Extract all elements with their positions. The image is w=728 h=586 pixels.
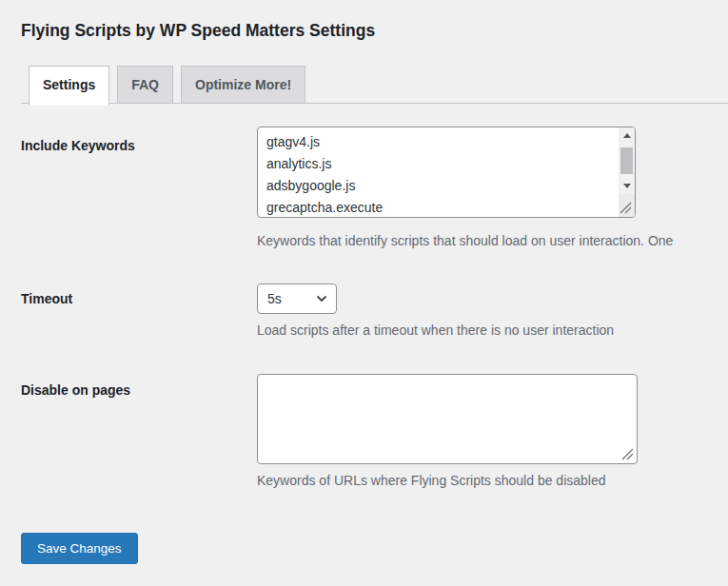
resize-grip-icon[interactable] [620, 202, 632, 214]
timeout-label: Timeout [21, 283, 257, 339]
tab-faq-label: FAQ [131, 77, 159, 92]
disable-on-pages-help: Keywords of URLs where Flying Scripts sh… [257, 473, 728, 489]
page-title: Flying Scripts by WP Speed Matters Setti… [21, 0, 728, 41]
scrollbar-thumb[interactable] [620, 147, 633, 174]
tab-settings-label: Settings [43, 77, 95, 92]
disable-on-pages-textarea[interactable] [257, 374, 638, 464]
tab-faq[interactable]: FAQ [117, 66, 173, 104]
timeout-help: Load scripts after a timeout when there … [257, 322, 728, 339]
timeout-row: Timeout 5s Load scripts after a timeout … [21, 283, 728, 339]
include-keywords-help: Keywords that identify scripts that shou… [257, 233, 728, 249]
disable-on-pages-row: Disable on pages Keywords of URLs where … [21, 374, 728, 489]
resize-grip-icon[interactable] [621, 448, 634, 460]
scroll-down-icon[interactable] [619, 178, 635, 194]
tab-optimize-more-label: Optimize More! [195, 77, 291, 92]
scroll-up-icon[interactable] [619, 127, 635, 144]
textarea-scrollbar[interactable] [619, 127, 635, 194]
timeout-select[interactable]: 5s [257, 283, 337, 314]
tab-bar: Settings FAQ Optimize More! [21, 66, 728, 106]
tab-optimize-more[interactable]: Optimize More! [181, 66, 305, 104]
include-keywords-textarea[interactable]: gtagv4.js analytics.js adsbygoogle.js gr… [257, 127, 636, 218]
timeout-selected-value: 5s [267, 291, 282, 306]
settings-page: Flying Scripts by WP Speed Matters Setti… [0, 0, 728, 586]
disable-on-pages-value [258, 375, 637, 463]
save-changes-button[interactable]: Save Changes [21, 533, 138, 564]
include-keywords-value: gtagv4.js analytics.js adsbygoogle.js gr… [258, 127, 635, 217]
chevron-down-icon [316, 295, 327, 303]
include-keywords-row: Include Keywords gtagv4.js analytics.js … [21, 127, 728, 249]
tab-settings[interactable]: Settings [29, 66, 109, 106]
disable-on-pages-label: Disable on pages [21, 374, 257, 489]
include-keywords-label: Include Keywords [21, 127, 257, 249]
